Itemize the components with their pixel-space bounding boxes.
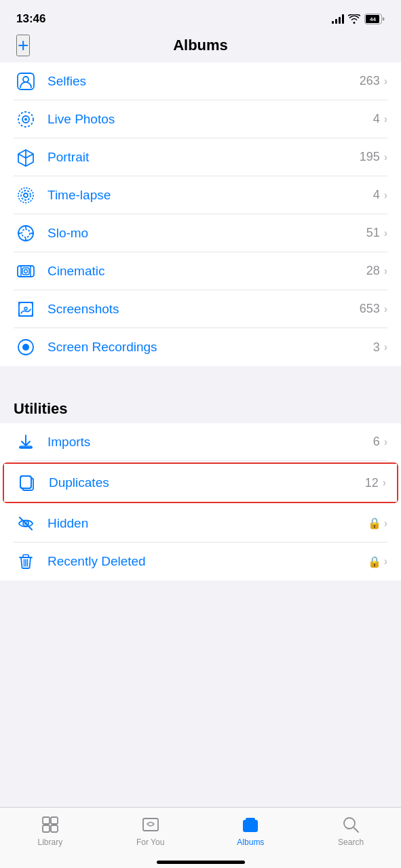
svg-rect-43 [51, 825, 58, 832]
portrait-chevron: › [384, 151, 387, 163]
search-tab-label: Search [338, 837, 364, 847]
duplicate-icon [15, 471, 39, 495]
svg-line-36 [20, 517, 32, 530]
add-album-button[interactable]: + [16, 35, 30, 56]
hidden-label: Hidden [47, 516, 368, 531]
trash-icon [14, 549, 38, 574]
portrait-label: Portrait [47, 150, 360, 165]
svg-rect-46 [246, 818, 255, 821]
utilities-header: Utilities [0, 387, 401, 423]
svg-point-16 [22, 229, 30, 237]
list-item-hidden[interactable]: Hidden 🔒 › [0, 505, 401, 542]
svg-rect-32 [20, 476, 31, 488]
cinematic-icon [14, 259, 38, 283]
list-item-portrait[interactable]: Portrait 195 › [0, 138, 401, 176]
svg-line-10 [26, 154, 33, 158]
svg-rect-24 [22, 268, 29, 275]
home-indicator [157, 861, 245, 864]
slo-mo-chevron: › [384, 227, 387, 239]
screenshots-count: 653 [360, 302, 380, 316]
imports-label: Imports [47, 435, 373, 450]
signal-icon [332, 14, 344, 24]
albums-tab-label: Albums [237, 837, 264, 847]
tab-search[interactable]: Search [301, 814, 401, 847]
cube-icon [14, 145, 38, 170]
svg-rect-45 [243, 820, 258, 832]
time-lapse-label: Time-lapse [47, 188, 373, 203]
duplicates-label: Duplicates [49, 475, 365, 490]
selfies-label: Selfies [47, 74, 360, 89]
wifi-icon [348, 14, 360, 24]
time-lapse-chevron: › [384, 189, 387, 201]
list-item-screenshots[interactable]: Screenshots 653 › [0, 290, 401, 328]
albums-tab-icon [240, 814, 261, 835]
for-you-tab-label: For You [136, 837, 164, 847]
svg-rect-40 [43, 817, 50, 824]
selfies-count: 263 [360, 74, 380, 88]
list-item-selfies[interactable]: Selfies 263 › [0, 62, 401, 100]
svg-point-8 [24, 118, 27, 121]
screen-recordings-count: 3 [373, 340, 380, 355]
livephoto-icon [14, 107, 38, 132]
search-tab-icon [341, 814, 361, 835]
nav-bar: + Albums [0, 34, 401, 62]
status-bar: 13:46 44 [0, 0, 401, 34]
svg-rect-42 [43, 825, 50, 832]
imports-chevron: › [384, 436, 387, 448]
live-photos-label: Live Photos [47, 112, 373, 127]
live-photos-count: 4 [373, 112, 380, 126]
time-lapse-count: 4 [373, 188, 380, 202]
svg-point-47 [344, 818, 355, 829]
svg-point-25 [24, 269, 28, 273]
tab-for-you[interactable]: For You [100, 814, 201, 847]
list-item-time-lapse[interactable]: Time-lapse 4 › [0, 176, 401, 214]
list-item-cinematic[interactable]: Cinematic 28 › [0, 252, 401, 290]
svg-line-48 [354, 828, 359, 833]
recently-deleted-lock-icon: 🔒 [368, 555, 381, 568]
svg-point-13 [21, 191, 31, 200]
recently-deleted-label: Recently Deleted [47, 554, 368, 569]
status-time: 13:46 [16, 12, 45, 26]
svg-point-29 [22, 344, 29, 351]
tab-albums[interactable]: Albums [201, 814, 301, 847]
utilities-label: Utilities [14, 400, 67, 417]
duplicates-chevron: › [383, 477, 386, 489]
hidden-chevron: › [384, 517, 387, 530]
hidden-lock-icon: 🔒 [368, 517, 381, 530]
hidden-icon [14, 511, 38, 536]
screenshots-label: Screenshots [47, 302, 360, 317]
list-item-screen-recordings[interactable]: Screen Recordings 3 › [0, 328, 401, 366]
screenshot-icon [14, 297, 38, 321]
selfies-chevron: › [384, 75, 387, 87]
recently-deleted-chevron: › [384, 555, 387, 568]
list-item-slo-mo[interactable]: Slo-mo 51 › [0, 214, 401, 252]
svg-rect-44 [143, 818, 158, 831]
slomo-icon [14, 221, 38, 245]
slo-mo-label: Slo-mo [47, 226, 366, 241]
for-you-tab-icon [140, 814, 161, 835]
section-spacer [0, 366, 401, 387]
import-icon [14, 430, 38, 454]
duplicates-count: 12 [365, 476, 379, 490]
person-icon [14, 69, 38, 94]
list-item-duplicates[interactable]: Duplicates 12 › [4, 464, 397, 502]
screenshots-chevron: › [384, 303, 387, 315]
tab-library[interactable]: Library [0, 814, 100, 847]
list-item-recently-deleted[interactable]: Recently Deleted 🔒 › [0, 542, 401, 580]
tab-bar: Library For You Albums Search [0, 807, 401, 868]
list-item-live-photos[interactable]: Live Photos 4 › [0, 100, 401, 138]
status-icons: 44 [332, 14, 385, 24]
page-title: Albums [173, 37, 228, 54]
screen-recordings-label: Screen Recordings [47, 340, 373, 355]
utilities-section: Imports 6 › Duplicates 12 › [0, 423, 401, 580]
imports-count: 6 [373, 435, 380, 449]
list-item-imports[interactable]: Imports 6 › [0, 423, 401, 461]
cinematic-chevron: › [384, 265, 387, 277]
library-tab-icon [40, 814, 60, 835]
cinematic-count: 28 [366, 264, 380, 278]
cinematic-label: Cinematic [47, 264, 366, 279]
list-item-duplicates-wrapper[interactable]: Duplicates 12 › [3, 462, 398, 503]
portrait-count: 195 [360, 150, 380, 164]
svg-point-14 [24, 193, 28, 197]
svg-point-27 [24, 307, 27, 310]
